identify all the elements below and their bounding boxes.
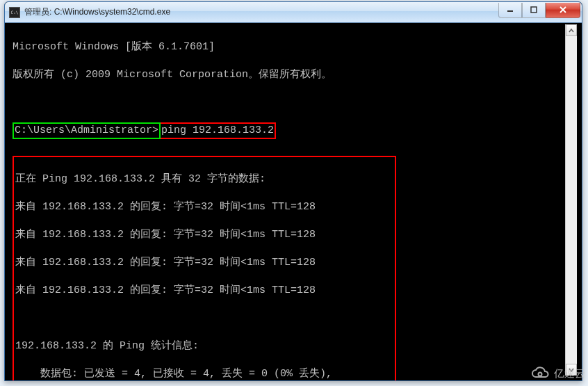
console-blank [15,312,393,325]
chevron-down-icon [569,367,574,373]
minimize-button[interactable] [498,3,522,18]
close-button[interactable] [546,3,580,18]
console-line: Microsoft Windows [版本 6.1.7601] [13,40,574,54]
ping-reply: 来自 192.168.133.2 的回复: 字节=32 时间<1ms TTL=1… [15,256,393,270]
ping-intro: 正在 Ping 192.168.133.2 具有 32 字节的数据: [15,172,393,186]
output-highlight-red: 正在 Ping 192.168.133.2 具有 32 字节的数据: 来自 19… [13,156,396,381]
scroll-track[interactable] [566,36,577,364]
window-title: 管理员: C:\Windows\system32\cmd.exe [24,6,498,18]
minimize-icon [507,6,514,13]
prompt-highlight-green: C:\Users\Administrator> [13,122,161,139]
stats-packets: 数据包: 已发送 = 4, 已接收 = 4, 丢失 = 0 (0% 丢失), [15,367,393,381]
cmd-icon [9,7,20,18]
maximize-button[interactable] [522,3,546,18]
ping-reply: 来自 192.168.133.2 的回复: 字节=32 时间<1ms TTL=1… [15,284,393,298]
console-area[interactable]: Microsoft Windows [版本 6.1.7601] 版权所有 (c)… [10,24,577,376]
titlebar[interactable]: 管理员: C:\Windows\system32\cmd.exe [5,2,582,23]
prompt-line: C:\Users\Administrator>ping 192.168.133.… [13,124,574,138]
command-highlight-red: ping 192.168.133.2 [161,122,276,139]
ping-reply: 来自 192.168.133.2 的回复: 字节=32 时间<1ms TTL=1… [15,228,393,242]
close-icon [559,6,567,14]
cmd-window: 管理员: C:\Windows\system32\cmd.exe Microso… [4,1,582,381]
console-line: 版权所有 (c) 2009 Microsoft Corporation。保留所有… [13,68,574,82]
console-blank [13,96,574,110]
ping-reply: 来自 192.168.133.2 的回复: 字节=32 时间<1ms TTL=1… [15,200,393,214]
chevron-up-icon [569,28,574,33]
svg-rect-1 [531,7,537,13]
vertical-scrollbar[interactable] [565,24,577,376]
stats-head: 192.168.133.2 的 Ping 统计信息: [15,339,393,353]
maximize-icon [530,6,537,13]
scroll-down-button[interactable] [566,364,577,376]
window-controls [498,3,580,18]
scroll-up-button[interactable] [566,24,577,36]
